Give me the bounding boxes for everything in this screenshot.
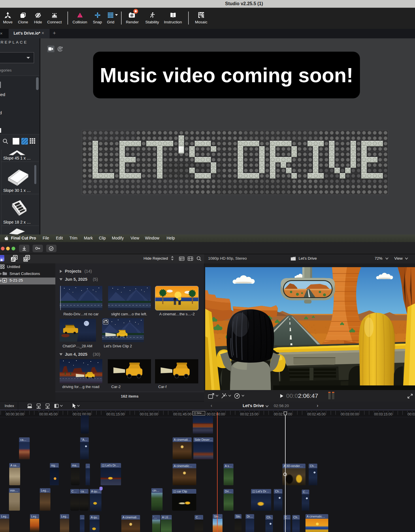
- svg-text:★: ★: [1, 265, 2, 267]
- svg-text:★: ★: [3, 279, 6, 282]
- svg-text:★: ★: [3, 265, 4, 267]
- svg-text:★: ★: [1, 267, 2, 269]
- svg-text:★: ★: [3, 267, 4, 269]
